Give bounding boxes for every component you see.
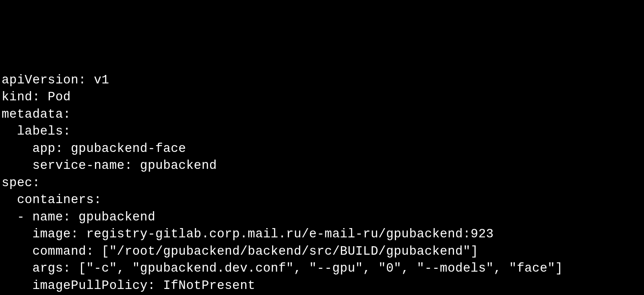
code-line: labels:: [2, 124, 71, 138]
code-line: args: ["-c", "gpubackend.dev.conf", "--g…: [2, 261, 563, 275]
code-line: imagePullPolicy: IfNotPresent: [2, 278, 255, 293]
code-line: app: gpubackend-face: [2, 141, 186, 156]
code-line: spec:: [2, 176, 40, 190]
yaml-code-block: apiVersion: v1 kind: Pod metadata: label…: [2, 72, 642, 295]
code-line: apiVersion: v1: [2, 73, 109, 87]
code-line: kind: Pod: [2, 90, 71, 104]
code-line: - name: gpubackend: [2, 210, 155, 224]
code-line: containers:: [2, 193, 101, 207]
code-line: command: ["/root/gpubackend/backend/src/…: [2, 244, 478, 258]
code-line: metadata:: [2, 107, 71, 121]
code-line: image: registry-gitlab.corp.mail.ru/e-ma…: [2, 227, 494, 241]
code-line: service-name: gpubackend: [2, 158, 217, 172]
